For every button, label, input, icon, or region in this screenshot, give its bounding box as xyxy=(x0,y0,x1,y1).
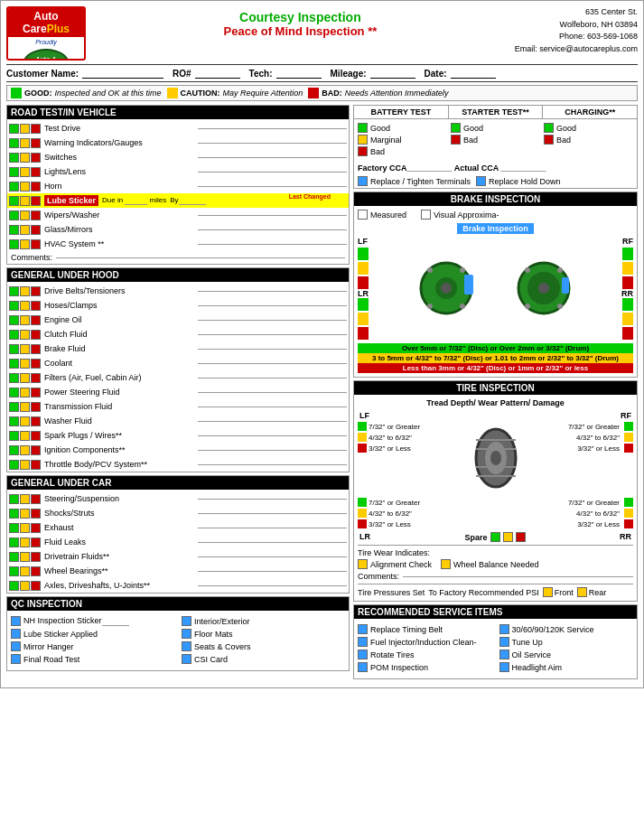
cb-yellow-brake-fluid[interactable] xyxy=(20,344,30,354)
cb-yellow-trans-fluid[interactable] xyxy=(20,402,30,412)
cb-green-exhaust[interactable] xyxy=(9,523,19,533)
cb-yellow-glass[interactable] xyxy=(20,225,30,235)
pressure-rear-cb[interactable] xyxy=(577,587,587,597)
cb-green-clutch[interactable] xyxy=(9,330,19,340)
cb-red-trans-fluid[interactable] xyxy=(31,402,41,412)
battery-bad-cb[interactable] xyxy=(358,146,368,156)
cb-green-glass[interactable] xyxy=(9,225,19,235)
mileage-value[interactable] xyxy=(370,68,415,79)
rec-cb-fuel[interactable] xyxy=(358,637,368,647)
qc-cb-floor-mats[interactable] xyxy=(182,629,191,639)
cb-red-warning[interactable] xyxy=(31,138,41,148)
cb-green-power-steering[interactable] xyxy=(9,388,19,397)
cb-yellow-lights[interactable] xyxy=(20,167,30,177)
cb-red-lights[interactable] xyxy=(31,167,41,177)
cb-green-lube[interactable] xyxy=(9,196,19,206)
cb-red-exhaust[interactable] xyxy=(31,523,41,533)
cb-yellow-switches[interactable] xyxy=(20,153,30,163)
qc-cb-seats[interactable] xyxy=(182,641,191,651)
cb-red-ignition[interactable] xyxy=(31,445,41,455)
cb-red-spark-plugs[interactable] xyxy=(31,431,41,441)
cb-yellow-filters[interactable] xyxy=(20,373,30,383)
battery-marginal-cb[interactable] xyxy=(358,135,368,145)
cb-green-horn[interactable] xyxy=(9,182,19,192)
cb-yellow-spark-plugs[interactable] xyxy=(20,431,30,441)
rec-cb-tune[interactable] xyxy=(499,637,509,647)
qc-cb-csi[interactable] xyxy=(182,654,191,664)
cb-yellow-shocks[interactable] xyxy=(20,509,30,519)
cb-yellow-wipers[interactable] xyxy=(20,210,30,220)
rec-cb-rotate[interactable] xyxy=(358,650,368,659)
lube-by-value[interactable] xyxy=(179,196,206,205)
spare-cb-green[interactable] xyxy=(490,532,500,542)
cb-green-drive-belts[interactable] xyxy=(9,286,19,296)
replace-hold-down-cb[interactable] xyxy=(476,176,486,186)
cb-red-engine-oil[interactable] xyxy=(31,315,41,325)
cb-green-switches[interactable] xyxy=(9,153,19,163)
cb-yellow-throttle[interactable] xyxy=(20,460,30,470)
battery-good-cb[interactable] xyxy=(358,123,368,133)
customer-name-value[interactable] xyxy=(82,68,163,79)
cb-red-switches[interactable] xyxy=(31,153,41,163)
cb-yellow-exhaust[interactable] xyxy=(20,523,30,533)
tech-value[interactable] xyxy=(276,68,322,79)
wheel-balance-cb[interactable] xyxy=(441,559,451,569)
cb-green-washer-fluid[interactable] xyxy=(9,416,19,426)
qc-cb-nh-sticker[interactable] xyxy=(11,616,21,626)
cb-yellow-wheel-bearings[interactable] xyxy=(20,566,30,576)
rec-cb-pom[interactable] xyxy=(358,662,368,672)
cb-yellow-horn[interactable] xyxy=(20,182,30,192)
pressure-front-cb[interactable] xyxy=(543,587,553,597)
cb-red-power-steering[interactable] xyxy=(31,388,41,397)
cb-yellow-lube[interactable] xyxy=(20,196,30,206)
tire-comments-line[interactable] xyxy=(403,576,633,577)
cb-green-ignition[interactable] xyxy=(9,445,19,455)
cb-green-hoses[interactable] xyxy=(9,301,19,311)
cb-yellow-test-drive[interactable] xyxy=(20,124,30,134)
cb-green-hvac[interactable] xyxy=(9,239,19,249)
cb-green-axles[interactable] xyxy=(9,581,19,591)
cb-green-lights[interactable] xyxy=(9,167,19,177)
cb-green-wheel-bearings[interactable] xyxy=(9,566,19,576)
cb-green-drivetrain[interactable] xyxy=(9,552,19,562)
cb-red-test-drive[interactable] xyxy=(31,124,41,134)
cb-green-brake-fluid[interactable] xyxy=(9,344,19,354)
cb-yellow-washer-fluid[interactable] xyxy=(20,416,30,426)
qc-cb-final-road[interactable] xyxy=(11,654,21,664)
alignment-cb[interactable] xyxy=(358,559,368,569)
cb-yellow-drive-belts[interactable] xyxy=(20,286,30,296)
cb-yellow-engine-oil[interactable] xyxy=(20,315,30,325)
rec-cb-oil[interactable] xyxy=(499,650,509,659)
cb-red-drive-belts[interactable] xyxy=(31,286,41,296)
rec-cb-timing[interactable] xyxy=(358,624,368,634)
cb-red-glass[interactable] xyxy=(31,225,41,235)
replace-terminals-cb[interactable] xyxy=(358,176,368,186)
cb-yellow-drivetrain[interactable] xyxy=(20,552,30,562)
rec-cb-30k[interactable] xyxy=(499,624,509,634)
cb-yellow-power-steering[interactable] xyxy=(20,388,30,397)
charging-good-cb[interactable] xyxy=(544,123,554,133)
cb-red-steering[interactable] xyxy=(31,494,41,504)
brake-measured-cb[interactable] xyxy=(358,210,368,220)
cb-green-trans-fluid[interactable] xyxy=(9,402,19,412)
cb-red-drivetrain[interactable] xyxy=(31,552,41,562)
cb-yellow-fluid-leaks[interactable] xyxy=(20,538,30,547)
cb-green-steering[interactable] xyxy=(9,494,19,504)
cb-red-hvac[interactable] xyxy=(31,239,41,249)
cb-yellow-ignition[interactable] xyxy=(20,445,30,455)
cb-red-filters[interactable] xyxy=(31,373,41,383)
cb-yellow-coolant[interactable] xyxy=(20,359,30,369)
qc-sticker-line[interactable] xyxy=(102,616,129,626)
qc-cb-lube-applied[interactable] xyxy=(11,629,21,639)
cb-red-lube[interactable] xyxy=(31,196,41,206)
road-test-comments-line[interactable] xyxy=(56,257,345,258)
cb-green-warning[interactable] xyxy=(9,138,19,148)
cb-green-spark-plugs[interactable] xyxy=(9,431,19,441)
cb-green-test-drive[interactable] xyxy=(9,124,19,134)
cb-green-shocks[interactable] xyxy=(9,509,19,519)
qc-cb-interior[interactable] xyxy=(182,616,191,626)
spare-cb-yellow[interactable] xyxy=(503,532,513,542)
cb-yellow-steering[interactable] xyxy=(20,494,30,504)
cb-red-fluid-leaks[interactable] xyxy=(31,538,41,547)
date-value[interactable] xyxy=(451,68,496,79)
